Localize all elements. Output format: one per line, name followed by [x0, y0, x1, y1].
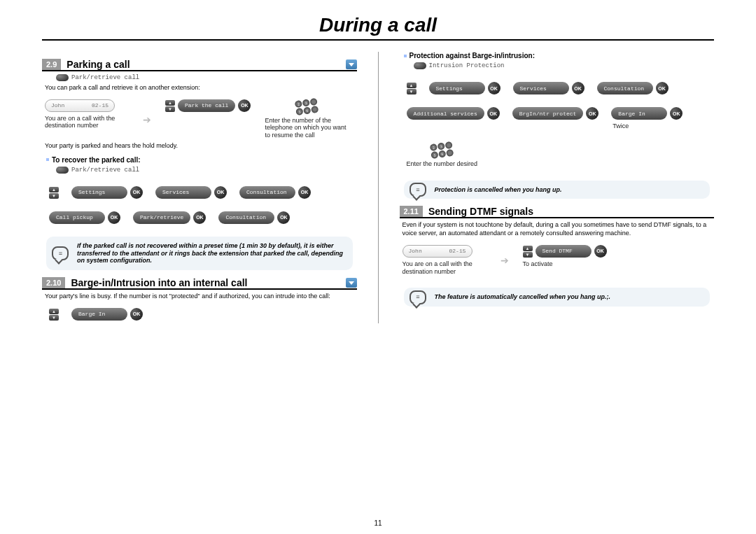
- ok-button: OK: [670, 107, 682, 120]
- label-park-retrieve: Park/retrieve call: [56, 74, 357, 81]
- lozenge-icon: [56, 74, 69, 81]
- display-field: John 02-15: [45, 99, 115, 112]
- right-column: Protection against Barge-in/intrusion: I…: [400, 52, 715, 323]
- ok-button: OK: [193, 211, 206, 224]
- updown-icon: ▲▼: [407, 83, 416, 94]
- intro-text: Your party's line is busy. If the number…: [45, 293, 357, 301]
- title-rule: [42, 39, 714, 41]
- step-action: ▲▼ Send DTMF OK To activate: [523, 245, 607, 268]
- speech-bubble-icon: ≡: [52, 246, 69, 260]
- lozenge-icon: [414, 62, 426, 69]
- down-arrow-icon: [346, 278, 357, 288]
- pill-barge-in: Barge In: [71, 308, 127, 321]
- section-2-9-header: 2.9 Parking a call: [42, 59, 357, 71]
- step-note: Enter the number of the telephone on whi…: [265, 117, 349, 139]
- section-title: Sending DTMF signals: [428, 206, 714, 217]
- updown-icon: ▲▼: [523, 246, 533, 258]
- left-column: 2.9 Parking a call Park/retrieve call Yo…: [42, 52, 357, 323]
- note-twice: Twice: [612, 122, 629, 130]
- updown-icon: ▲▼: [49, 187, 59, 199]
- pill-park-the-call: Park the call: [178, 99, 235, 112]
- label-text: Park/retrieve call: [71, 167, 139, 174]
- note-box-protection: ≡ Protection is cancelled when you hang …: [404, 181, 710, 199]
- pill-settings: Settings: [429, 82, 485, 94]
- speech-bubble-icon: ≡: [410, 183, 426, 197]
- pill-park-retrieve: Park/retrieve: [133, 211, 190, 224]
- ok-button: OK: [238, 99, 251, 112]
- pill-consultation: Consultation: [597, 82, 653, 94]
- page-title: During a call: [42, 14, 714, 36]
- note-text: The feature is automatically cancelled w…: [435, 293, 611, 300]
- section-number: 2.9: [42, 59, 61, 70]
- pill-brgin-ntr-protect: BrgIn/ntr protect: [512, 107, 584, 120]
- protection-label: Protection against Barge-in/intrusion:: [410, 52, 535, 59]
- pill-barge-in-2: Barge In: [611, 107, 667, 120]
- caller-name: John: [51, 102, 64, 108]
- speech-bubble-icon: ≡: [410, 290, 426, 304]
- note-text: If the parked call is not recovered with…: [77, 242, 343, 265]
- protection-subhead: Protection against Barge-in/intrusion:: [404, 52, 715, 59]
- caller-name: John: [409, 248, 422, 254]
- ok-button: OK: [130, 186, 143, 199]
- keypad-icon: 2356: [295, 98, 319, 115]
- section-2-10-header: 2.10 Barge-in/Intrusion into an internal…: [42, 277, 357, 290]
- ok-button: OK: [594, 245, 607, 258]
- step-note: You are on a call with the destination n…: [45, 115, 129, 130]
- ok-button: OK: [656, 82, 668, 94]
- note-enter-number: Enter the number desired: [407, 160, 478, 168]
- call-time: 02-15: [449, 248, 465, 254]
- updown-icon: ▲▼: [165, 100, 175, 112]
- note-box-dtmf: ≡ The feature is automatically cancelled…: [404, 288, 710, 307]
- step-action: ▲▼ Park the call OK: [165, 99, 251, 112]
- section-number: 2.11: [400, 206, 423, 217]
- display-field: John 02-15: [402, 245, 472, 258]
- ok-button: OK: [298, 186, 311, 199]
- label-text: Park/retrieve call: [71, 74, 139, 81]
- label-intrusion: Intrusion Protection: [414, 62, 715, 69]
- intro-text: Even if your system is not touchtone by …: [402, 221, 715, 237]
- ok-button: OK: [586, 107, 598, 120]
- call-time: 02-15: [92, 102, 108, 108]
- arrow-right-icon: ➔: [143, 114, 151, 126]
- pill-additional-services: Additional services: [407, 107, 484, 120]
- column-divider: [378, 52, 379, 323]
- recover-subhead: To recover the parked call:: [46, 156, 357, 164]
- label-park-retrieve-2: Park/retrieve call: [56, 167, 357, 174]
- arrow-right-icon: ➔: [500, 255, 509, 267]
- note-box-parked: ≡ If the parked call is not recovered wi…: [46, 237, 353, 270]
- ok-button: OK: [108, 211, 120, 224]
- pill-consultation-2: Consultation: [218, 211, 274, 224]
- pill-call-pickup: Call pickup: [49, 211, 105, 224]
- intro-text: You can park a call and retrieve it on a…: [45, 84, 357, 92]
- step-note: You are on a call with the destination n…: [402, 260, 486, 276]
- section-title: Parking a call: [66, 59, 341, 70]
- ok-button: OK: [488, 82, 500, 94]
- ok-button: OK: [572, 82, 584, 94]
- down-arrow-icon: [346, 59, 357, 69]
- updown-icon: ▲▼: [49, 309, 59, 321]
- step-note: To activate: [523, 260, 553, 268]
- section-title: Barge-in/Intrusion into an internal call: [71, 277, 341, 288]
- pill-settings: Settings: [71, 186, 127, 199]
- section-2-11-header: 2.11 Sending DTMF signals: [400, 206, 715, 218]
- ok-button: OK: [214, 186, 227, 199]
- step-keypad: 2356 Enter the number of the telephone o…: [265, 99, 349, 139]
- pill-consultation: Consultation: [239, 186, 295, 199]
- note-text: Protection is cancelled when you hang up…: [435, 186, 562, 193]
- page-number: 11: [374, 519, 382, 527]
- ok-button: OK: [487, 107, 500, 120]
- label-text: Intrusion Protection: [429, 62, 505, 69]
- parked-note: Your party is parked and hears the hold …: [45, 142, 357, 150]
- keypad-icon: 2356: [430, 141, 454, 159]
- pill-services: Services: [513, 82, 569, 94]
- section-number: 2.10: [42, 277, 65, 288]
- pill-send-dtmf: Send DTMF: [536, 245, 592, 258]
- recover-label: To recover the parked call:: [52, 156, 141, 164]
- lozenge-icon: [56, 167, 69, 174]
- step-display: John 02-15 You are on a call with the de…: [45, 99, 129, 130]
- pill-services: Services: [155, 186, 211, 199]
- step-display: John 02-15 You are on a call with the de…: [402, 245, 486, 276]
- ok-button: OK: [130, 308, 143, 321]
- ok-button: OK: [277, 211, 290, 224]
